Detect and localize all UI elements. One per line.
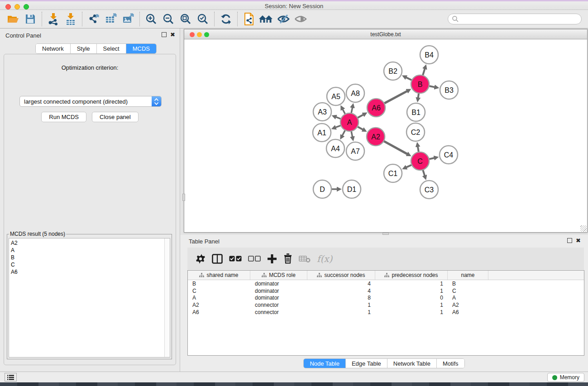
control-panel-tabs: NetworkStyleSelectMCDS (35, 43, 157, 54)
import-table-icon[interactable] (62, 12, 79, 26)
edge-B-B2[interactable] (406, 77, 412, 80)
close-panel-icon[interactable]: ✖ (170, 32, 175, 37)
search-input[interactable] (448, 14, 582, 24)
mcds-result-list[interactable]: A2ABCA6 (9, 238, 170, 357)
save-session-icon[interactable] (22, 12, 39, 26)
edge-A-A2[interactable] (358, 127, 363, 130)
select-all-checks-icon[interactable] (229, 256, 242, 262)
list-icon (7, 375, 14, 380)
float-table-panel-icon[interactable] (567, 238, 572, 243)
new-network-document-icon[interactable] (240, 12, 258, 26)
memory-button[interactable]: Memory (547, 373, 584, 382)
tab-motifs[interactable]: Motifs (437, 359, 464, 368)
delete-column-trash-icon[interactable] (283, 253, 292, 264)
refresh-layout-icon[interactable] (217, 12, 234, 26)
close-table-panel-icon[interactable]: ✖ (576, 238, 581, 243)
edge-B-B4[interactable] (423, 69, 425, 76)
node-table[interactable]: shared nameMCDS rolesuccessor nodesprede… (187, 270, 584, 356)
export-network-icon[interactable] (85, 12, 102, 26)
search-icon (452, 15, 459, 23)
edge-C-C3[interactable] (423, 170, 425, 176)
deselect-all-checks-icon[interactable] (248, 256, 261, 262)
cell-name: A2 (448, 302, 488, 308)
import-network-icon[interactable] (45, 12, 62, 26)
task-history-button[interactable] (5, 373, 17, 381)
edge-B-B3[interactable] (429, 86, 435, 87)
edge-A-A1[interactable] (335, 125, 341, 128)
tab-network[interactable]: Network (36, 44, 71, 53)
edge-A-A6[interactable] (358, 114, 363, 118)
control-panel: Control Panel ✖ NetworkStyleSelectMCDS O… (0, 29, 180, 372)
edge-C-C4[interactable] (429, 158, 435, 159)
edge-A-A8[interactable] (351, 107, 353, 113)
network-canvas[interactable]: B4B2BB3A8A5A6A3B1AA1C2A2A4A7C4CC1C3DD1 (184, 39, 587, 232)
tab-select[interactable]: Select (97, 44, 126, 53)
tab-edge-table[interactable]: Edge Table (346, 359, 387, 368)
cell-predecessor_nodes: 1 (375, 288, 448, 294)
zoom-out-icon[interactable] (160, 12, 177, 26)
scrollbar-track[interactable] (164, 238, 170, 357)
show-graphics-eye-icon[interactable] (292, 12, 309, 26)
tab-style[interactable]: Style (71, 44, 97, 53)
node-label-C1: C1 (388, 170, 398, 177)
home-layouts-icon[interactable] (258, 12, 275, 26)
function-builder-icon[interactable]: f(x) (317, 253, 332, 264)
node-label-D1: D1 (347, 186, 357, 193)
export-table-icon[interactable] (102, 12, 120, 26)
edge-A-A7[interactable] (351, 131, 353, 137)
edge-A-A5[interactable] (343, 109, 345, 114)
network-window-titlebar[interactable]: testGlobe.txt (184, 29, 587, 39)
edge-B-B1[interactable] (418, 93, 419, 98)
open-file-icon[interactable] (5, 12, 22, 26)
table-row[interactable]: Adominator80A (188, 294, 584, 301)
edge-C-C1[interactable] (406, 165, 412, 167)
zoom-selected-icon[interactable] (194, 12, 211, 26)
control-panel-title: Control Panel (5, 32, 41, 39)
mcds-result-item[interactable]: A6 (11, 268, 170, 276)
edge-A-A3[interactable] (336, 117, 341, 119)
edge-A-A4[interactable] (342, 130, 345, 136)
export-image-icon[interactable] (120, 12, 137, 26)
column-header-name[interactable]: name (448, 271, 488, 280)
cell-predecessor_nodes: 1 (375, 281, 448, 287)
mcds-result-item[interactable]: A2 (11, 239, 170, 247)
float-panel-icon[interactable] (162, 32, 167, 37)
vertical-splitter-handle[interactable] (182, 194, 185, 201)
node-label-C2: C2 (411, 129, 421, 136)
delete-table-icon[interactable] (299, 255, 311, 263)
add-column-icon[interactable] (267, 254, 277, 264)
hide-details-icon[interactable] (275, 12, 292, 26)
column-header-MCDS-role[interactable]: MCDS role (250, 271, 307, 280)
table-row[interactable]: A2connector11A2 (188, 301, 584, 309)
tab-mcds[interactable]: MCDS (126, 44, 156, 53)
table-row[interactable]: Bdominator41B (188, 280, 584, 287)
mcds-result-item[interactable]: C (11, 261, 170, 268)
settings-gear-icon[interactable] (196, 254, 206, 264)
column-view-icon[interactable] (212, 254, 223, 264)
resize-grip-icon[interactable] (580, 225, 587, 232)
cell-name: A (448, 295, 488, 301)
tab-network-table[interactable]: Network Table (387, 359, 437, 368)
table-row[interactable]: A6connector11A6 (188, 309, 584, 316)
table-row[interactable]: Cdominator41C (188, 287, 584, 295)
cell-successor_nodes: 4 (307, 288, 375, 294)
cell-shared_name: C (188, 288, 250, 294)
zoom-fit-icon[interactable] (177, 12, 194, 26)
mcds-result-item[interactable]: B (11, 254, 170, 261)
node-label-A6: A6 (372, 104, 381, 112)
column-header-predecessor-nodes[interactable]: predecessor nodes (375, 271, 448, 280)
edge-C-C2[interactable] (418, 147, 419, 152)
run-mcds-button[interactable]: Run MCDS (41, 112, 86, 122)
zoom-in-icon[interactable] (143, 12, 160, 26)
edge-A2-C[interactable] (384, 141, 407, 154)
table-panel-title: Table Panel (189, 238, 220, 245)
criterion-dropdown[interactable]: largest connected component (directed) (19, 96, 162, 107)
column-header-shared-name[interactable]: shared name (188, 271, 250, 280)
cell-shared_name: B (188, 281, 250, 287)
mcds-result-item[interactable]: A (11, 247, 170, 254)
column-header-successor-nodes[interactable]: successor nodes (307, 271, 375, 280)
tab-node-table[interactable]: Node Table (304, 359, 346, 368)
edge-A6-B[interactable] (384, 91, 407, 103)
node-label-A7: A7 (351, 148, 360, 155)
close-panel-button[interactable]: Close panel (92, 112, 139, 122)
